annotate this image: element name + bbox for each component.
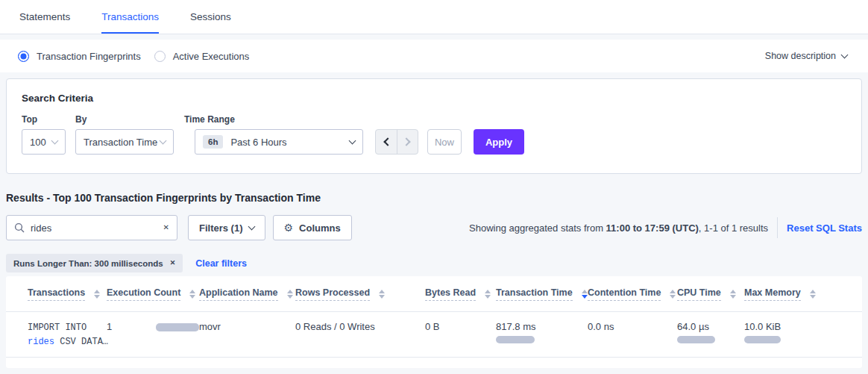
page-tabs: Statements Transactions Sessions — [0, 0, 868, 34]
by-select-value: Transaction Time — [84, 137, 157, 148]
cpu-time-cell: 64.0 µs — [677, 321, 744, 343]
column-label: CPU Time — [677, 287, 721, 301]
aggregated-stats-text: Showing aggregated stats from 11:00 to 1… — [469, 222, 768, 234]
by-select[interactable]: Transaction Time — [75, 129, 174, 155]
chevron-down-icon — [160, 137, 167, 144]
sort-icon — [94, 290, 100, 299]
search-criteria-panel: Search Criteria Top 100 By Transaction T… — [6, 78, 862, 174]
cpu-time-value: 64.0 µs — [677, 321, 744, 332]
max-memory-value: 10.0 KiB — [744, 321, 847, 332]
column-header-transactions[interactable]: Transactions — [28, 287, 107, 301]
column-label: Rows Processed — [295, 287, 370, 301]
show-description-toggle[interactable]: Show description — [765, 51, 847, 61]
sort-icon — [670, 290, 676, 299]
chevron-right-icon — [402, 137, 410, 146]
stats-time-range: 11:00 to 17:59 (UTC) — [606, 222, 699, 234]
stats-prefix: Showing aggregated stats from — [469, 222, 606, 234]
results-heading: Results - Top 100 Transaction Fingerprin… — [6, 192, 862, 204]
time-range-label: Time Range — [184, 114, 363, 125]
top-label: Top — [22, 114, 66, 125]
transaction-time-bar — [496, 336, 535, 343]
sort-icon — [287, 290, 293, 299]
transaction-line-2: rides CSV DATA… — [28, 335, 107, 349]
column-label: Execution Count — [107, 287, 180, 301]
column-label: Bytes Read — [425, 287, 476, 301]
column-header-contention-time[interactable]: Contention Time — [588, 287, 677, 301]
max-memory-cell: 10.0 KiB — [744, 321, 847, 343]
rows-processed-cell: 0 Reads / 0 Writes — [295, 321, 425, 332]
results-controls: ✕ Filters (1) ⚙ Columns Showing aggregat… — [6, 215, 862, 240]
column-header-application-name[interactable]: Application Name — [199, 287, 295, 301]
columns-button[interactable]: ⚙ Columns — [273, 215, 352, 240]
chevron-down-icon — [841, 51, 849, 58]
reset-sql-stats-link[interactable]: Reset SQL Stats — [787, 222, 862, 234]
clear-search-icon[interactable]: ✕ — [163, 224, 169, 231]
view-toggle-bar: Transaction Fingerprints Active Executio… — [0, 40, 868, 72]
bytes-read-cell: 0 B — [425, 321, 496, 332]
previous-time-range-button[interactable] — [376, 130, 397, 154]
time-range-value: Past 6 Hours — [230, 137, 286, 148]
top-field: Top 100 — [22, 114, 66, 155]
transaction-time-cell: 817.8 ms — [496, 321, 588, 343]
radio-label: Transaction Fingerprints — [37, 51, 141, 62]
execution-count-cell: 1 — [107, 321, 199, 332]
apply-button[interactable]: Apply — [474, 129, 524, 155]
filter-chip-runs-longer-than: Runs Longer Than: 300 milliseconds ✕ — [6, 254, 183, 272]
time-range-badge: 6h — [203, 135, 223, 149]
radio-active-executions[interactable]: Active Executions — [154, 51, 250, 62]
top-select[interactable]: 100 — [22, 129, 66, 155]
column-header-bytes-read[interactable]: Bytes Read — [425, 287, 496, 301]
stats-suffix: , 1-1 of 1 results — [699, 222, 768, 234]
clear-filters-link[interactable]: Clear filters — [195, 258, 247, 269]
sort-icon — [730, 290, 736, 299]
search-criteria-title: Search Criteria — [22, 93, 846, 104]
sort-icon — [189, 290, 195, 299]
sort-desc-icon — [582, 290, 588, 299]
column-label: Max Memory — [744, 287, 801, 301]
application-name-cell: movr — [199, 321, 295, 332]
search-input[interactable] — [31, 222, 163, 234]
max-memory-bar — [744, 336, 781, 343]
column-label: Application Name — [199, 287, 278, 301]
tab-transactions[interactable]: Transactions — [101, 0, 159, 34]
transaction-line-2-rest: CSV DATA… — [54, 337, 108, 347]
column-label: Transaction Time — [496, 287, 573, 301]
remove-filter-icon[interactable]: ✕ — [170, 260, 176, 267]
column-header-execution-count[interactable]: Execution Count — [107, 287, 199, 301]
radio-unselected-icon — [154, 51, 166, 62]
execution-count-bar — [156, 323, 199, 331]
active-filters-row: Runs Longer Than: 300 milliseconds ✕ Cle… — [6, 254, 862, 272]
transaction-table-name: rides — [28, 337, 54, 347]
transaction-fingerprint-link[interactable]: IMPORT INTO rides CSV DATA… — [28, 321, 107, 349]
transaction-line-1: IMPORT INTO — [28, 321, 107, 335]
chevron-down-icon — [51, 137, 59, 144]
top-select-value: 100 — [30, 137, 46, 148]
now-button[interactable]: Now — [427, 129, 462, 155]
column-label: Contention Time — [588, 287, 661, 301]
stats-area: Showing aggregated stats from 11:00 to 1… — [469, 217, 862, 238]
table-row: IMPORT INTO rides CSV DATA… 1 movr 0 Rea… — [6, 312, 862, 358]
divider — [777, 217, 778, 238]
column-header-transaction-time[interactable]: Transaction Time — [496, 287, 588, 301]
filter-chip-label: Runs Longer Than: 300 milliseconds — [13, 259, 163, 268]
results-table: Transactions Execution Count Application… — [6, 276, 862, 368]
table-header-row: Transactions Execution Count Application… — [6, 276, 862, 312]
tab-statements[interactable]: Statements — [19, 0, 70, 34]
time-range-select[interactable]: 6h Past 6 Hours — [195, 129, 363, 155]
next-time-range-button[interactable] — [397, 130, 418, 154]
chevron-left-icon — [383, 137, 391, 146]
transaction-time-value: 817.8 ms — [496, 321, 588, 332]
column-header-cpu-time[interactable]: CPU Time — [677, 287, 744, 301]
search-icon — [14, 222, 25, 233]
tab-sessions[interactable]: Sessions — [190, 0, 231, 34]
sort-icon — [810, 290, 816, 299]
gear-icon: ⚙ — [284, 222, 294, 234]
columns-label: Columns — [299, 222, 341, 234]
filters-label: Filters (1) — [199, 222, 243, 234]
show-description-label: Show description — [765, 51, 836, 61]
radio-transaction-fingerprints[interactable]: Transaction Fingerprints — [18, 51, 141, 62]
column-header-rows-processed[interactable]: Rows Processed — [295, 287, 425, 301]
filters-button[interactable]: Filters (1) — [188, 215, 265, 240]
time-range-nav — [375, 129, 418, 155]
column-header-max-memory[interactable]: Max Memory — [744, 287, 847, 301]
